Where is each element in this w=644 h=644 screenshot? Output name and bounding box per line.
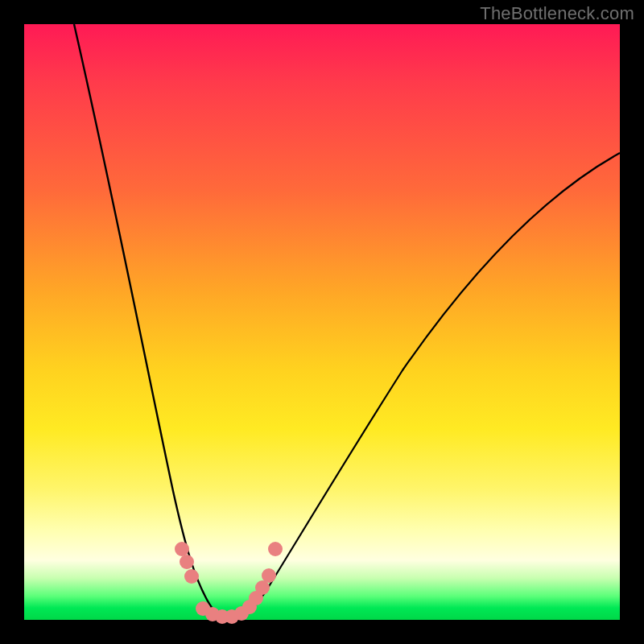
watermark-text: TheBottleneck.com xyxy=(480,3,634,24)
marker-dot xyxy=(175,542,189,556)
marker-dot xyxy=(180,555,194,569)
curve-svg xyxy=(24,24,620,620)
marker-dot xyxy=(268,542,283,556)
plot-area xyxy=(24,24,620,620)
marker-dot xyxy=(184,569,199,584)
curve-left-branch xyxy=(74,24,232,618)
outer-frame: TheBottleneck.com xyxy=(0,0,644,644)
valley-markers xyxy=(175,542,283,624)
curve-right-branch xyxy=(232,153,620,618)
marker-dot xyxy=(262,568,276,583)
